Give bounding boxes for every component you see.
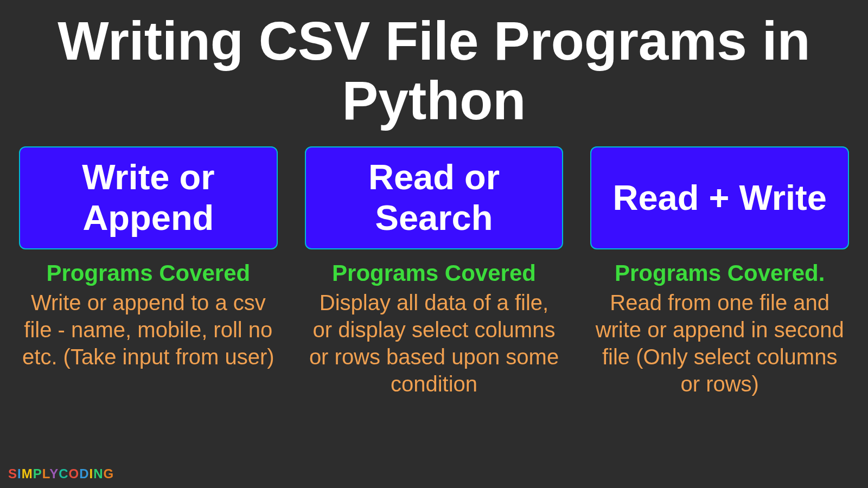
column-read-write: Read + Write Programs Covered. Read from… — [590, 146, 849, 397]
subtitle-label: Programs Covered — [332, 260, 536, 286]
card-heading: Write or Append — [20, 157, 277, 239]
columns-container: Write or Append Programs Covered Write o… — [0, 146, 868, 397]
description-text: Write or append to a csv file - name, mo… — [19, 289, 278, 370]
card-heading: Read + Write — [613, 178, 827, 219]
slide-title: Writing CSV File Programs in Python — [0, 0, 868, 146]
card-write-append: Write or Append — [19, 146, 278, 249]
brand-logo: SIMPLYCODING — [8, 466, 114, 481]
card-read-write: Read + Write — [590, 146, 849, 249]
column-write-append: Write or Append Programs Covered Write o… — [19, 146, 278, 397]
column-read-search: Read or Search Programs Covered Display … — [305, 146, 564, 397]
description-text: Read from one file and write or append i… — [590, 289, 849, 397]
subtitle-label: Programs Covered — [46, 260, 250, 286]
card-read-search: Read or Search — [305, 146, 564, 249]
subtitle-label: Programs Covered. — [615, 260, 825, 286]
card-heading: Read or Search — [306, 157, 563, 239]
description-text: Display all data of a file, or display s… — [305, 289, 564, 397]
